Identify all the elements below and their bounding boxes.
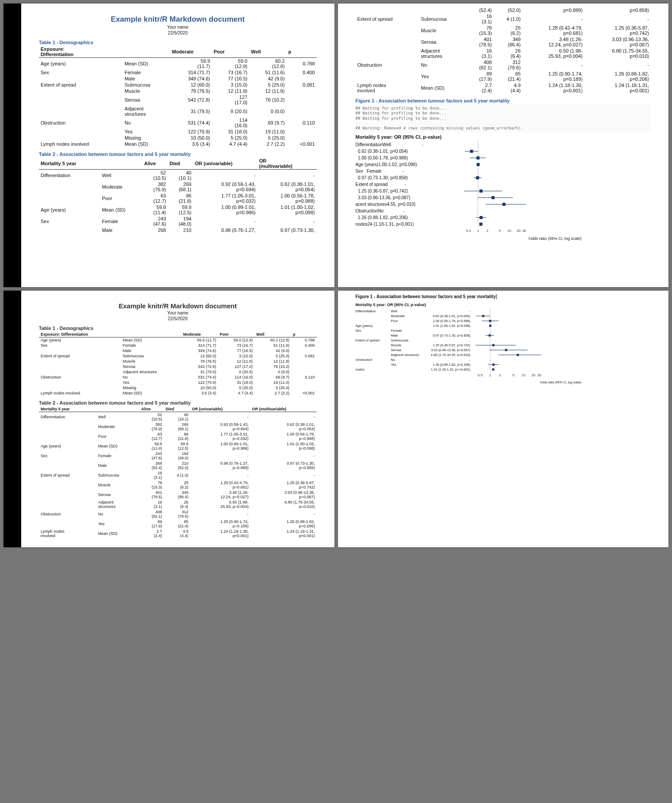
table2-caption: Table 2 - Association between tumour fac… (39, 400, 317, 405)
pane-top-right: (52.4)(52.0)p=0.889)p=0.858)Extent of sp… (338, 4, 669, 287)
doc-author: Your name (39, 25, 317, 30)
svg-rect-4 (476, 156, 479, 159)
svg-text:10: 10 (521, 373, 525, 377)
table2-small: Mortality 5 year AliveDied OR (univariab… (39, 406, 317, 538)
svg-text:20: 20 (516, 229, 520, 233)
svg-rect-36 (492, 344, 494, 346)
svg-rect-40 (516, 354, 519, 356)
forest-plot-large: Mortality 5 year: OR (95% CI, p-value) D… (356, 134, 651, 241)
svg-text:20: 20 (531, 373, 535, 377)
svg-rect-44 (492, 368, 494, 371)
svg-text:30: 30 (522, 229, 526, 233)
svg-rect-2 (470, 150, 473, 153)
pane-top-left: Example knitr/R Markdown document Your n… (4, 4, 334, 287)
doc-date: 22/5/2020 (39, 30, 317, 35)
forest-plot-small: Mortality 5 year: OR (95% CI, p-value) D… (356, 303, 651, 384)
svg-text:5: 5 (499, 229, 501, 233)
table2-bottom: (52.4)(52.0)p=0.889)p=0.858)Extent of sp… (356, 7, 651, 94)
table1: Exposure: Differentiation ModeratePoor W… (39, 46, 317, 147)
svg-text:2: 2 (499, 373, 501, 377)
doc-author: Your name (39, 311, 317, 315)
svg-text:2: 2 (486, 229, 488, 233)
svg-rect-30 (489, 320, 491, 322)
svg-text:1: 1 (477, 229, 479, 233)
svg-text:0.5: 0.5 (478, 373, 483, 377)
pane-bottom-right: Figure 1 - Association between tumour fa… (338, 291, 669, 547)
svg-rect-16 (479, 216, 482, 219)
table1-caption: Table 1 - Demographics (39, 326, 317, 331)
gutter (4, 291, 21, 547)
pane-bottom-left: Example knitr/R Markdown document Your n… (4, 291, 334, 547)
svg-rect-38 (505, 349, 507, 351)
svg-rect-12 (491, 196, 494, 199)
svg-rect-14 (502, 203, 505, 206)
svg-text:5: 5 (512, 373, 514, 377)
svg-rect-6 (476, 163, 479, 166)
table2-caption: Table 2 - Association between tumour fac… (39, 152, 317, 157)
r-console-output: ## Waiting for profiling to be done... #… (356, 104, 651, 133)
svg-text:10: 10 (507, 229, 511, 233)
svg-rect-28 (482, 315, 484, 317)
svg-rect-8 (476, 176, 479, 179)
svg-rect-18 (479, 223, 482, 226)
doc-title: Example knitr/R Markdown document (39, 302, 317, 310)
svg-rect-32 (489, 325, 491, 327)
gutter (4, 4, 21, 287)
svg-rect-42 (492, 364, 494, 366)
doc-title: Example knitr/R Markdown document (39, 15, 317, 24)
svg-text:1: 1 (489, 373, 491, 377)
table2-top: Mortality 5 year AliveDied OR (univariab… (39, 158, 317, 233)
svg-rect-10 (479, 189, 482, 193)
table1-small: Exposure: Differentiation ModeratePoor W… (39, 332, 317, 396)
figure1-caption: Figure 1 - Association between tumour fa… (356, 98, 651, 103)
svg-text:30: 30 (537, 373, 541, 377)
svg-rect-34 (488, 334, 490, 337)
svg-text:0.5: 0.5 (466, 229, 471, 233)
figure1-caption: Figure 1 - Association between tumour fa… (356, 294, 651, 299)
doc-date: 22/5/2020 (39, 316, 317, 321)
table1-caption: Table 1 - Demographics (39, 40, 317, 45)
